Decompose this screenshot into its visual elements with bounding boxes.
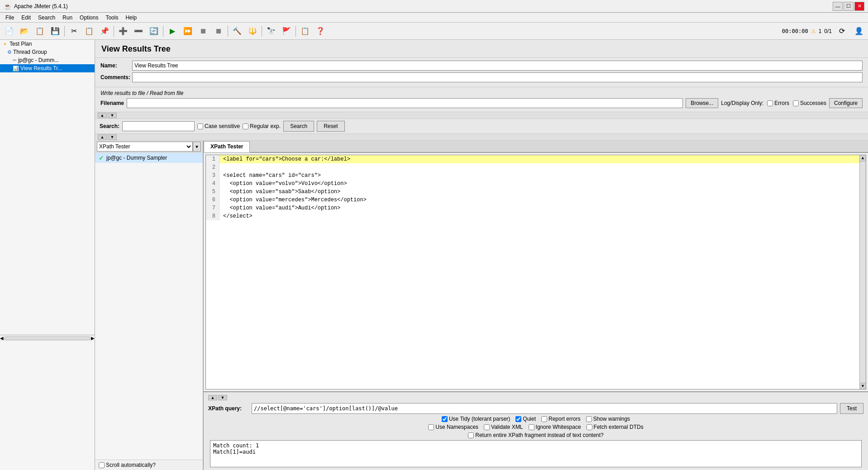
menu-options[interactable]: Options — [76, 14, 102, 22]
xpath-collapse-down[interactable]: ▼ — [218, 395, 227, 400]
successes-checkbox[interactable] — [793, 100, 799, 106]
tree-item-viewresults[interactable]: 📊 View Results Tr... — [0, 64, 95, 72]
show-warnings-label[interactable]: Show warnings — [586, 416, 630, 422]
configure-button[interactable]: Configure — [829, 98, 863, 108]
reset-button[interactable]: 🔄 — [147, 24, 161, 38]
remote-button[interactable]: 🔭 — [264, 24, 278, 38]
return-fragment-label[interactable]: Return entire XPath fragment instead of … — [468, 432, 604, 438]
paste-button[interactable]: 📌 — [97, 24, 112, 38]
scroll-auto-checkbox[interactable] — [99, 462, 105, 468]
collapse-arrow-up-1[interactable]: ▲ — [98, 113, 107, 118]
scroll-right-icon[interactable]: ▶ — [91, 336, 95, 341]
use-namespaces-checkbox[interactable] — [428, 424, 434, 430]
copy-button[interactable]: 📋 — [82, 24, 96, 38]
ignore-whitespace-label[interactable]: Ignore Whitespace — [529, 424, 581, 430]
errors-checkbox[interactable] — [767, 100, 773, 106]
filename-input[interactable] — [127, 98, 683, 108]
scroll-down-btn[interactable]: ▼ — [860, 383, 866, 389]
code-vscrollbar[interactable]: ▲ ▼ — [859, 155, 866, 389]
reset-button[interactable]: Reset — [317, 121, 344, 132]
code-area[interactable]: 1 <label for="cars">Choose a car:</label… — [205, 155, 866, 389]
line-content-6: <option value="audi">Audi</option> — [219, 204, 340, 212]
test-button[interactable]: Test — [840, 403, 863, 414]
sampler-expand-button[interactable]: ▼ — [193, 142, 201, 152]
use-tidy-label[interactable]: Use Tidy (tolerant parser) — [442, 416, 510, 422]
menu-run[interactable]: Run — [59, 14, 76, 22]
tree-hscrollbar-track[interactable] — [5, 337, 90, 340]
remove-button[interactable]: ➖ — [131, 24, 146, 38]
errors-label[interactable]: Errors — [767, 100, 789, 106]
close-button[interactable]: ✕ — [854, 2, 864, 11]
case-sensitive-checkbox[interactable] — [197, 123, 203, 129]
browse-button[interactable]: Browse... — [686, 98, 718, 108]
case-sensitive-label[interactable]: Case sensitive — [197, 123, 240, 129]
line-content-0: <label for="cars">Choose a car:</label> — [219, 155, 350, 163]
tree-item-sampler[interactable]: ✏ jp@gc - Dumm... — [0, 56, 95, 64]
xpath-collapse-up[interactable]: ▲ — [208, 395, 217, 400]
validate-xml-checkbox[interactable] — [484, 424, 490, 430]
comments-input[interactable] — [132, 72, 863, 82]
main-container: 🔸 Test Plan ⚙ Thread Group ✏ jp@gc - Dum… — [0, 40, 868, 470]
maximize-button[interactable]: ☐ — [844, 2, 854, 11]
sampler-item-label-0: jp@gc - Dummy Sampler — [106, 155, 167, 161]
menu-tools[interactable]: Tools — [102, 14, 122, 22]
search-input[interactable] — [122, 121, 195, 131]
validate-xml-label[interactable]: Validate XML — [484, 424, 523, 430]
sampler-dropdown[interactable]: XPath Tester — [97, 142, 193, 152]
open-button[interactable]: 📂 — [17, 24, 32, 38]
report-errors-label[interactable]: Report errors — [541, 416, 581, 422]
scroll-left-icon[interactable]: ◀ — [0, 336, 4, 341]
menu-search[interactable]: Search — [34, 14, 59, 22]
tab-xpath-tester[interactable]: XPath Tester — [204, 141, 250, 152]
tree-item-threadgroup[interactable]: ⚙ Thread Group — [0, 48, 95, 56]
config-button[interactable]: 👤 — [852, 24, 866, 38]
save-button[interactable]: 💾 — [48, 24, 62, 38]
scroll-up-btn[interactable]: ▲ — [860, 155, 866, 161]
show-warnings-checkbox[interactable] — [586, 416, 592, 422]
help-button[interactable]: ❓ — [313, 24, 328, 38]
new-button[interactable]: 📄 — [2, 24, 16, 38]
comments-label: Comments: — [100, 74, 132, 81]
ignore-whitespace-checkbox[interactable] — [529, 424, 534, 430]
save-template-button[interactable]: 📋 — [33, 24, 47, 38]
tree-item-testplan[interactable]: 🔸 Test Plan — [0, 40, 95, 48]
add-button[interactable]: ➕ — [116, 24, 130, 38]
quiet-checkbox[interactable] — [515, 416, 521, 422]
menu-edit[interactable]: Edit — [18, 14, 34, 22]
collapse-arrow-up-2[interactable]: ▲ — [98, 134, 107, 140]
line-num-2: 3 — [206, 171, 219, 180]
scroll-track[interactable] — [860, 161, 866, 383]
use-namespaces-label[interactable]: Use Namespaces — [428, 424, 478, 430]
cut-button[interactable]: ✂ — [67, 24, 81, 38]
flag-button[interactable]: 🚩 — [279, 24, 294, 38]
report-errors-checkbox[interactable] — [541, 416, 547, 422]
xpath-input[interactable] — [252, 403, 837, 414]
menu-file[interactable]: File — [2, 14, 18, 22]
successes-label[interactable]: Successes — [793, 100, 826, 106]
scroll-auto-label[interactable]: Scroll automatically? — [99, 462, 156, 468]
testplan-label: Test Plan — [10, 41, 32, 47]
search-button[interactable]: Search — [283, 121, 314, 132]
menu-help[interactable]: Help — [122, 14, 140, 22]
shutdown-button[interactable]: ⏹ — [211, 24, 226, 38]
minimize-button[interactable]: — — [833, 2, 843, 11]
use-tidy-checkbox[interactable] — [442, 416, 448, 422]
quiet-label[interactable]: Quiet — [515, 416, 536, 422]
collapse-arrow-down-1[interactable]: ▼ — [108, 113, 117, 118]
return-fragment-checkbox[interactable] — [468, 432, 474, 438]
run-button[interactable]: ▶ — [165, 24, 180, 38]
tree-scrollbar[interactable]: ◀ ▶ — [0, 335, 95, 341]
remote-engines-button[interactable]: ⟳ — [835, 24, 849, 38]
list-button[interactable]: 📋 — [298, 24, 312, 38]
sampler-item-0[interactable]: ✓ jp@gc - Dummy Sampler — [95, 153, 203, 163]
trident-button[interactable]: 🔱 — [245, 24, 260, 38]
fetch-dtds-label[interactable]: Fetch external DTDs — [587, 424, 644, 430]
regex-label[interactable]: Regular exp. — [243, 123, 281, 129]
collapse-arrow-down-2[interactable]: ▼ — [108, 134, 117, 140]
hammer-button[interactable]: 🔨 — [230, 24, 244, 38]
name-input[interactable] — [132, 61, 863, 71]
run-nopause-button[interactable]: ⏩ — [181, 24, 195, 38]
stop-button[interactable]: ⏹ — [196, 24, 210, 38]
regex-checkbox[interactable] — [243, 123, 248, 129]
fetch-dtds-checkbox[interactable] — [587, 424, 592, 430]
